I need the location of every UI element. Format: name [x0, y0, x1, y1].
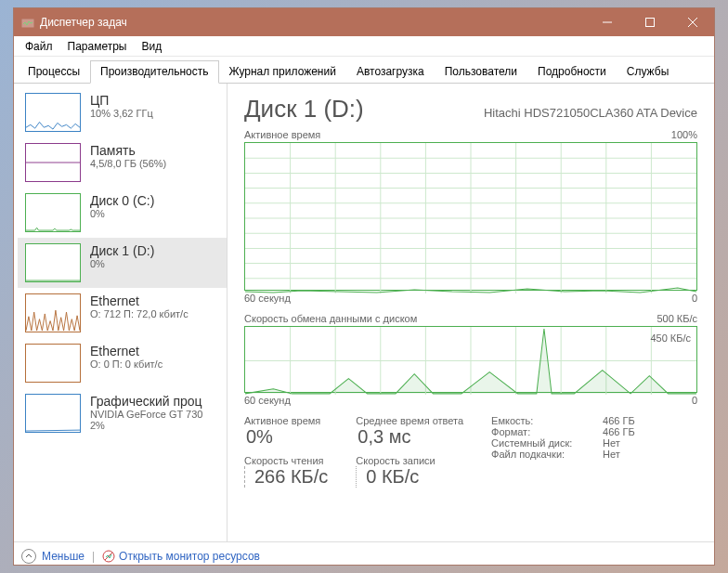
sidebar-item-sub: 10% 3,62 ГГц — [90, 108, 153, 119]
window-controls — [586, 8, 714, 36]
graph2-xright: 0 — [692, 395, 697, 406]
sidebar-item-memory[interactable]: Память 4,5/8,0 ГБ (56%) — [18, 137, 227, 188]
graph2-label: Скорость обмена данными с диском — [244, 313, 417, 324]
sidebar-item-disk1[interactable]: Диск 1 (D:) 0% — [18, 238, 227, 288]
statusbar: Меньше | Открыть монитор ресурсов — [14, 541, 714, 569]
transfer-rate-graph[interactable]: 450 КБ/с — [244, 326, 697, 393]
sidebar-item-label: Графический проц — [90, 394, 202, 409]
active-time-section: Активное время 100% 60 секунд 0 — [244, 129, 697, 304]
write-speed-label: Скорость записи — [356, 455, 463, 466]
graph2-line-label: 450 КБ/с — [650, 332, 691, 344]
sidebar-item-sub: 4,5/8,0 ГБ (56%) — [90, 158, 166, 169]
open-resource-monitor-link[interactable]: Открыть монитор ресурсов — [119, 550, 260, 563]
sidebar-item-ethernet2[interactable]: Ethernet О: 0 П: 0 кбит/с — [18, 338, 227, 388]
write-speed-value: 0 КБ/с — [364, 466, 463, 488]
menu-file[interactable]: Файл — [18, 40, 60, 53]
menubar: Файл Параметры Вид — [14, 36, 714, 57]
tab-performance[interactable]: Производительность — [90, 60, 218, 84]
sidebar-item-label: Диск 1 (D:) — [90, 243, 154, 258]
stats-row: Активное время 0% Скорость чтения 266 КБ… — [244, 415, 697, 488]
performance-sidebar: ЦП 10% 3,62 ГГц Память 4,5/8,0 ГБ (56%) — [14, 84, 228, 541]
sidebar-item-gpu[interactable]: Графический проц NVIDIA GeForce GT 730 2… — [18, 388, 227, 438]
tab-users[interactable]: Пользователи — [435, 60, 527, 83]
sidebar-item-cpu[interactable]: ЦП 10% 3,62 ГГц — [18, 87, 227, 137]
formatted-key: Формат: — [491, 426, 603, 437]
sidebar-item-disk0[interactable]: Диск 0 (C:) 0% — [18, 188, 227, 238]
sidebar-item-sub: 0% — [90, 258, 154, 269]
sidebar-item-sub: О: 712 П: 72,0 кбит/с — [90, 308, 188, 319]
window-title: Диспетчер задач — [40, 16, 586, 29]
sidebar-item-label: Ethernet — [90, 344, 162, 358]
svg-rect-2 — [646, 19, 655, 27]
eth1-thumb-graph — [25, 293, 81, 332]
titlebar[interactable]: Диспетчер задач — [14, 8, 714, 36]
system-disk-value: Нет — [603, 437, 620, 449]
graph2-max: 500 КБ/с — [656, 313, 697, 324]
formatted-value: 466 ГБ — [603, 426, 635, 437]
cpu-thumb-graph — [25, 93, 81, 132]
app-icon — [21, 16, 34, 29]
resource-monitor-icon — [102, 550, 115, 563]
eth2-thumb-graph — [25, 344, 81, 383]
sidebar-item-sub: 0% — [90, 208, 154, 219]
sidebar-item-label: Память — [90, 143, 166, 158]
sidebar-item-ethernet1[interactable]: Ethernet О: 712 П: 72,0 кбит/с — [18, 288, 227, 338]
sidebar-item-sub: О: 0 П: 0 кбит/с — [90, 358, 162, 370]
active-time-graph[interactable] — [244, 142, 697, 291]
system-disk-key: Системный диск: — [491, 437, 603, 449]
active-time-value: 0% — [244, 426, 328, 448]
chevron-up-icon[interactable] — [21, 549, 36, 564]
pagefile-key: Файл подкачки: — [491, 449, 603, 460]
transfer-rate-section: Скорость обмена данными с диском 500 КБ/… — [244, 313, 697, 406]
avg-response-label: Среднее время ответа — [356, 415, 463, 426]
graph1-label: Активное время — [244, 129, 320, 140]
tab-apps[interactable]: Журнал приложений — [219, 60, 346, 83]
tab-processes[interactable]: Процессы — [18, 60, 90, 83]
page-title: Диск 1 (D:) — [244, 95, 364, 124]
disk0-thumb-graph — [25, 193, 81, 232]
capacity-key: Емкость: — [491, 415, 603, 426]
active-time-label: Активное время — [244, 415, 328, 426]
maximize-button[interactable] — [629, 8, 671, 36]
graph1-xright: 0 — [692, 293, 697, 304]
pagefile-value: Нет — [603, 449, 620, 460]
close-button[interactable] — [671, 8, 714, 36]
avg-response-value: 0,3 мс — [356, 426, 463, 448]
disk1-thumb-graph — [25, 243, 81, 282]
tab-strip: Процессы Производительность Журнал прило… — [14, 60, 714, 84]
task-manager-window: Диспетчер задач Файл Параметры Вид Проце… — [13, 7, 715, 566]
separator: | — [92, 550, 95, 563]
graph1-max: 100% — [671, 129, 697, 140]
memory-thumb-graph — [25, 143, 81, 182]
gpu-thumb-graph — [25, 394, 81, 433]
main-panel: Диск 1 (D:) Hitachi HDS721050CLA360 ATA … — [228, 84, 714, 541]
read-speed-value: 266 КБ/с — [253, 466, 328, 488]
sidebar-item-label: ЦП — [90, 93, 153, 108]
tab-services[interactable]: Службы — [617, 60, 679, 83]
capacity-value: 466 ГБ — [603, 415, 635, 426]
graph1-xleft: 60 секунд — [244, 293, 291, 304]
content-area: ЦП 10% 3,62 ГГц Память 4,5/8,0 ГБ (56%) — [14, 84, 714, 541]
sidebar-item-sub: NVIDIA GeForce GT 730 2% — [90, 409, 202, 431]
read-speed-label: Скорость чтения — [244, 455, 328, 466]
sidebar-item-label: Диск 0 (C:) — [90, 193, 154, 208]
tab-startup[interactable]: Автозагрузка — [346, 60, 435, 83]
sidebar-item-label: Ethernet — [90, 293, 188, 308]
minimize-button[interactable] — [586, 8, 629, 36]
menu-view[interactable]: Вид — [134, 40, 169, 53]
device-name: Hitachi HDS721050CLA360 ATA Device — [484, 106, 697, 120]
fewer-details-link[interactable]: Меньше — [42, 550, 84, 563]
tab-details[interactable]: Подробности — [527, 60, 617, 83]
graph2-xleft: 60 секунд — [244, 395, 291, 406]
menu-options[interactable]: Параметры — [60, 40, 135, 53]
disk-info: Емкость:466 ГБ Формат:466 ГБ Системный д… — [491, 415, 635, 488]
